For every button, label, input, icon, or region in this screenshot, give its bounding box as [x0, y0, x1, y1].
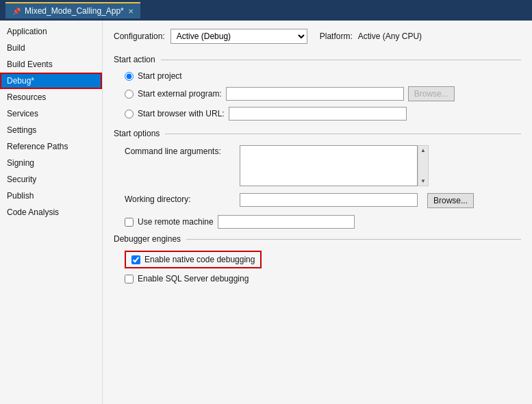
sidebar-item-services[interactable]: Services: [0, 105, 102, 122]
working-dir-row: Working directory: Browse...: [125, 193, 521, 208]
start-browser-input[interactable]: [229, 107, 407, 121]
sql-server-checkbox[interactable]: [125, 275, 134, 283]
start-action-title: Start action: [114, 55, 155, 64]
start-external-input[interactable]: [226, 87, 404, 101]
sidebar-item-application[interactable]: Application: [0, 23, 102, 40]
native-code-label: Enable native code debugging: [144, 255, 255, 264]
debugger-engines-title: Debugger engines: [114, 234, 181, 244]
platform-label: Platform:: [320, 31, 353, 41]
main-container: Application Build Build Events Debug* Re…: [0, 21, 532, 404]
start-browser-row: Start browser with URL:: [125, 107, 521, 121]
start-options-title: Start options: [114, 129, 160, 138]
working-dir-input[interactable]: [240, 193, 418, 207]
sidebar-item-debug[interactable]: Debug*: [0, 73, 102, 89]
cmdline-label: Command line arguments:: [125, 145, 234, 156]
sidebar-item-build[interactable]: Build: [0, 40, 102, 56]
configuration-label: Configuration:: [114, 31, 165, 41]
start-action-header: Start action: [114, 55, 521, 64]
browse-external-button[interactable]: Browse...: [408, 86, 455, 101]
sidebar-item-publish[interactable]: Publish: [0, 188, 102, 204]
start-external-radio[interactable]: [125, 90, 134, 99]
remote-machine-row: Use remote machine: [125, 215, 521, 229]
scroll-down-icon: ▼: [420, 178, 426, 184]
cmdline-row: Command line arguments: ▲ ▼: [125, 145, 521, 186]
sidebar-item-code-analysis[interactable]: Code Analysis: [0, 204, 102, 220]
sidebar-item-signing[interactable]: Signing: [0, 155, 102, 171]
start-options-divider: [165, 134, 521, 134]
start-project-radio[interactable]: [125, 72, 134, 81]
start-external-row: Start external program: Browse...: [125, 86, 521, 101]
browse-dir-button[interactable]: Browse...: [427, 193, 474, 208]
start-external-label: Start external program:: [138, 89, 222, 99]
debugger-engines-section: Debugger engines Enable native code debu…: [114, 234, 521, 283]
cmdline-textarea[interactable]: [240, 145, 418, 186]
start-browser-label: Start browser with URL:: [138, 109, 225, 118]
sidebar-item-reference-paths[interactable]: Reference Paths: [0, 138, 102, 155]
debugger-engines-header: Debugger engines: [114, 234, 521, 244]
document-tab[interactable]: 📌 Mixed_Mode_Calling_App* ✕: [5, 2, 140, 18]
start-browser-radio[interactable]: [125, 110, 134, 118]
tab-pin-icon: 📌: [12, 8, 21, 15]
tab-title: Mixed_Mode_Calling_App*: [25, 6, 124, 16]
start-options-header: Start options: [114, 129, 521, 138]
native-code-container: Enable native code debugging: [125, 251, 521, 268]
tab-close-icon[interactable]: ✕: [128, 8, 134, 15]
cmdline-scrollbar[interactable]: ▲ ▼: [418, 145, 429, 186]
title-bar: 📌 Mixed_Mode_Calling_App* ✕: [0, 0, 532, 21]
sidebar: Application Build Build Events Debug* Re…: [0, 21, 103, 404]
configuration-select[interactable]: Active (Debug): [170, 29, 307, 44]
sidebar-item-resources[interactable]: Resources: [0, 89, 102, 105]
sidebar-item-build-events[interactable]: Build Events: [0, 56, 102, 73]
remote-machine-input[interactable]: [218, 215, 355, 229]
remote-machine-label: Use remote machine: [138, 217, 214, 227]
sidebar-item-settings[interactable]: Settings: [0, 122, 102, 138]
config-row: Configuration: Active (Debug) Platform: …: [114, 29, 521, 44]
start-project-row: Start project: [125, 71, 521, 81]
section-divider: [161, 60, 521, 60]
debugger-engines-divider: [186, 239, 521, 240]
remote-machine-checkbox[interactable]: [125, 218, 134, 227]
native-code-highlight: Enable native code debugging: [125, 251, 262, 268]
platform-value: Active (Any CPU): [358, 31, 422, 41]
sidebar-item-security[interactable]: Security: [0, 171, 102, 188]
content-area: Configuration: Active (Debug) Platform: …: [103, 21, 532, 404]
sql-server-label: Enable SQL Server debugging: [138, 274, 249, 283]
working-dir-label: Working directory:: [125, 193, 234, 204]
start-project-label: Start project: [138, 71, 182, 81]
sql-server-row: Enable SQL Server debugging: [125, 274, 521, 283]
native-code-checkbox[interactable]: [131, 255, 140, 264]
scroll-up-icon: ▲: [420, 147, 426, 153]
